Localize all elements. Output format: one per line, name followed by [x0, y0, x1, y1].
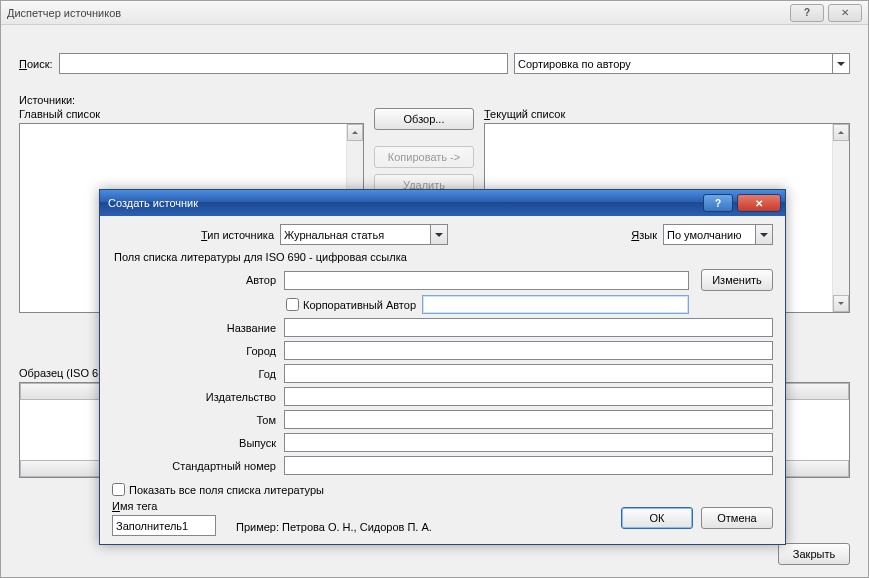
language-label: Язык — [631, 229, 657, 241]
inner-titlebar[interactable]: Создать источник — [100, 190, 785, 216]
close-icon[interactable] — [828, 4, 862, 22]
scroll-up-icon[interactable] — [347, 124, 363, 141]
chevron-down-icon[interactable] — [832, 54, 849, 73]
source-type-label: Тип источника — [112, 229, 280, 241]
show-all-fields-checkbox[interactable] — [112, 483, 125, 496]
outer-titlebar[interactable]: Диспетчер источников — [1, 1, 868, 25]
browse-button[interactable]: Обзор... — [374, 108, 474, 130]
year-label: Год — [112, 368, 280, 380]
volume-label: Том — [112, 414, 280, 426]
sort-select[interactable]: Сортировка по автору — [514, 53, 850, 74]
std-number-label: Стандартный номер — [112, 460, 280, 472]
search-label: Поиск: — [19, 58, 53, 70]
ok-button[interactable]: ОК — [621, 507, 693, 529]
copy-button[interactable]: Копировать -> — [374, 146, 474, 168]
master-list-label: Главный список — [19, 108, 364, 120]
scrollbar[interactable] — [832, 124, 849, 312]
scroll-up-icon[interactable] — [833, 124, 849, 141]
sources-label: Источники: — [19, 94, 850, 106]
close-icon[interactable] — [737, 194, 781, 212]
tag-name-label: Имя тега — [112, 500, 216, 512]
chevron-down-icon[interactable] — [430, 225, 447, 244]
inner-title: Создать источник — [108, 197, 699, 209]
corp-author-label: Корпоративный Автор — [303, 299, 416, 311]
current-list-label: Текущий список — [484, 108, 850, 120]
chevron-down-icon[interactable] — [755, 225, 772, 244]
city-label: Город — [112, 345, 280, 357]
create-source-dialog: Создать источник Тип источника Журнальна… — [99, 189, 786, 545]
author-label: Автор — [112, 274, 280, 286]
edit-author-button[interactable]: Изменить — [701, 269, 773, 291]
scroll-down-icon[interactable] — [833, 295, 849, 312]
publisher-label: Издательство — [112, 391, 280, 403]
volume-input[interactable] — [284, 410, 773, 429]
example-text: Пример: Петрова О. Н., Сидоров П. А. — [236, 521, 432, 536]
corp-author-input[interactable] — [422, 295, 689, 314]
std-number-input[interactable] — [284, 456, 773, 475]
issue-label: Выпуск — [112, 437, 280, 449]
city-input[interactable] — [284, 341, 773, 360]
source-type-select[interactable]: Журнальная статья — [280, 224, 448, 245]
show-all-fields-label: Показать все поля списка литературы — [129, 484, 324, 496]
search-input[interactable] — [59, 53, 508, 74]
language-select[interactable]: По умолчанию — [663, 224, 773, 245]
author-input[interactable] — [284, 271, 689, 290]
name-label: Название — [112, 322, 280, 334]
corp-author-checkbox[interactable] — [286, 298, 299, 311]
tag-name-input[interactable] — [112, 515, 216, 536]
help-icon[interactable] — [703, 194, 733, 212]
year-input[interactable] — [284, 364, 773, 383]
cancel-button[interactable]: Отмена — [701, 507, 773, 529]
sort-value: Сортировка по автору — [518, 58, 631, 70]
help-icon[interactable] — [790, 4, 824, 22]
outer-title: Диспетчер источников — [7, 7, 786, 19]
name-input[interactable] — [284, 318, 773, 337]
close-button[interactable]: Закрыть — [778, 543, 850, 565]
issue-input[interactable] — [284, 433, 773, 452]
publisher-input[interactable] — [284, 387, 773, 406]
fields-title: Поля списка литературы для ISO 690 - циф… — [114, 251, 773, 263]
